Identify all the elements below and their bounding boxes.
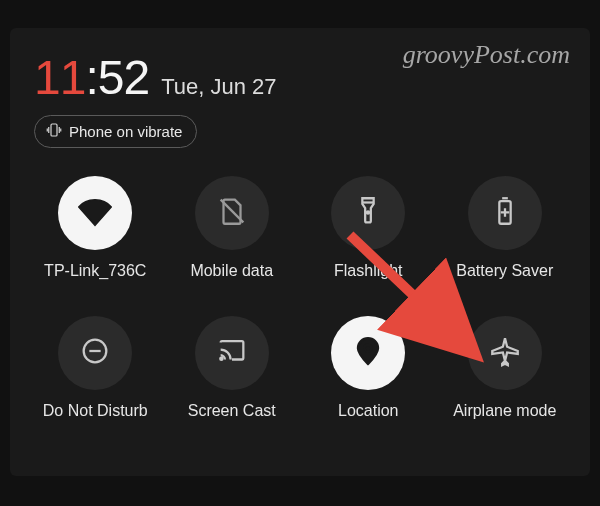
tile-battery-saver: Battery Saver xyxy=(444,176,567,280)
airplane-mode-toggle[interactable] xyxy=(468,316,542,390)
battery-saver-toggle[interactable] xyxy=(468,176,542,250)
tiles-grid: TP-Link_736C Mobile data xyxy=(34,176,566,420)
svg-rect-0 xyxy=(51,124,57,136)
sim-off-icon xyxy=(215,194,249,232)
dnd-label: Do Not Disturb xyxy=(43,402,148,420)
battery-plus-icon xyxy=(488,194,522,232)
tile-airplane: Airplane mode xyxy=(444,316,567,420)
tile-mobile-data: Mobile data xyxy=(171,176,294,280)
airplane-mode-label: Airplane mode xyxy=(453,402,556,420)
quick-settings-panel: 11:52 Tue, Jun 27 Phone on vibrate TP-Li… xyxy=(10,28,590,476)
screen-cast-label: Screen Cast xyxy=(188,402,276,420)
cast-icon xyxy=(215,334,249,372)
tile-wifi: TP-Link_736C xyxy=(34,176,157,280)
clock: 11:52 xyxy=(34,50,149,105)
flashlight-toggle[interactable] xyxy=(331,176,405,250)
vibrate-icon xyxy=(45,121,63,142)
svg-point-1 xyxy=(367,211,369,213)
flashlight-label: Flashlight xyxy=(334,262,402,280)
tile-location: Location xyxy=(307,316,430,420)
wifi-icon xyxy=(78,194,112,232)
wifi-toggle[interactable] xyxy=(58,176,132,250)
svg-point-4 xyxy=(220,358,222,360)
svg-point-5 xyxy=(365,345,372,352)
location-label: Location xyxy=(338,402,399,420)
battery-saver-label: Battery Saver xyxy=(456,262,553,280)
wifi-label: TP-Link_736C xyxy=(44,262,146,280)
location-toggle[interactable] xyxy=(331,316,405,390)
screen-cast-toggle[interactable] xyxy=(195,316,269,390)
watermark-text: groovyPost.com xyxy=(403,40,570,70)
tile-dnd: Do Not Disturb xyxy=(34,316,157,420)
mobile-data-toggle[interactable] xyxy=(195,176,269,250)
dnd-toggle[interactable] xyxy=(58,316,132,390)
dnd-icon xyxy=(78,334,112,372)
mobile-data-label: Mobile data xyxy=(190,262,273,280)
location-pin-icon xyxy=(351,334,385,372)
ringer-mode-label: Phone on vibrate xyxy=(69,123,182,140)
date-label: Tue, Jun 27 xyxy=(161,74,276,100)
ringer-mode-chip[interactable]: Phone on vibrate xyxy=(34,115,197,148)
airplane-icon xyxy=(488,334,522,372)
tile-screen-cast: Screen Cast xyxy=(171,316,294,420)
tile-flashlight: Flashlight xyxy=(307,176,430,280)
flashlight-icon xyxy=(351,194,385,232)
